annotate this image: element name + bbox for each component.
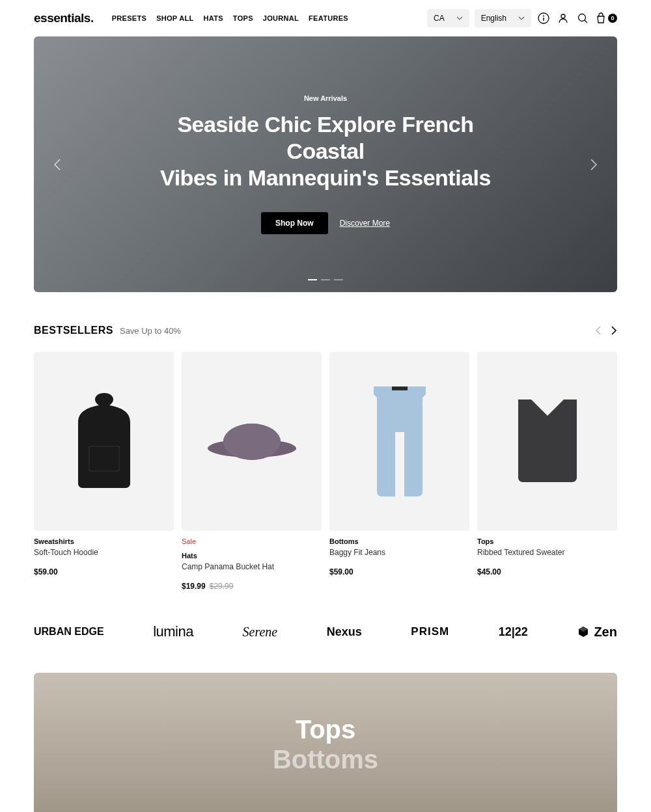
- hero-buttons: Shop Now Discover More: [143, 212, 508, 234]
- product-name: Camp Panama Bucket Hat: [182, 562, 322, 571]
- hero-pagination: [308, 279, 343, 280]
- hero-dot-3[interactable]: [334, 279, 343, 280]
- section-title-wrap: BESTSELLERS Save Up to 40%: [34, 325, 181, 336]
- hero-kicker: New Arrivals: [143, 94, 508, 102]
- bestsellers-section: BESTSELLERS Save Up to 40% Sweatshirts S…: [0, 292, 651, 591]
- info-icon[interactable]: [536, 11, 551, 25]
- product-category: Tops: [477, 537, 617, 545]
- language-value: English: [481, 14, 506, 23]
- nav-shop-all[interactable]: SHOP ALL: [156, 14, 193, 22]
- product-price: $59.00: [329, 567, 469, 576]
- svg-rect-9: [392, 386, 408, 390]
- hero-banner: New Arrivals Seaside Chic Explore French…: [34, 36, 617, 292]
- product-image: [182, 352, 322, 531]
- price-current: $19.99: [182, 582, 206, 591]
- header-left: essentials. PRESETS SHOP ALL HATS TOPS J…: [34, 11, 348, 25]
- logo[interactable]: essentials.: [34, 11, 94, 25]
- section-header: BESTSELLERS Save Up to 40%: [34, 325, 617, 336]
- product-name: Soft-Touch Hoodie: [34, 548, 174, 557]
- chevron-down-icon: [456, 16, 463, 20]
- product-name: Ribbed Textured Sweater: [477, 548, 617, 557]
- category-bottoms[interactable]: Bottoms: [273, 744, 378, 774]
- hero-content: New Arrivals Seaside Chic Explore French…: [143, 94, 508, 234]
- product-category: Hats: [182, 552, 322, 560]
- header-right: CA English 0: [427, 9, 617, 27]
- svg-point-4: [579, 14, 586, 21]
- brand-urban-edge: URBAN EDGE: [34, 626, 104, 638]
- hero-title: Seaside Chic Explore French Coastal Vibe…: [143, 111, 508, 191]
- product-card[interactable]: Sale Hats Camp Panama Bucket Hat $19.99$…: [182, 352, 322, 591]
- product-price: $59.00: [34, 567, 174, 576]
- carousel-nav: [595, 325, 617, 336]
- hero-next-arrow[interactable]: [583, 152, 604, 178]
- nav-presets[interactable]: PRESETS: [112, 14, 146, 22]
- product-card[interactable]: Sweatshirts Soft-Touch Hoodie $59.00: [34, 352, 174, 591]
- nav-hats[interactable]: HATS: [204, 14, 223, 22]
- brand-prism: PRISM: [411, 625, 449, 638]
- sale-badge: Sale: [182, 537, 322, 545]
- brand-lumina: lumina: [153, 623, 193, 640]
- brand-strip: URBAN EDGE lumina Serene Nexus PRISM 12|…: [0, 591, 651, 673]
- product-price: $45.00: [477, 567, 617, 576]
- brand-zen-text: Zen: [594, 625, 617, 640]
- product-category: Bottoms: [329, 537, 469, 545]
- brand-zen: Zen: [577, 625, 617, 640]
- main-nav: PRESETS SHOP ALL HATS TOPS JOURNAL FEATU…: [112, 14, 348, 22]
- product-card[interactable]: Tops Ribbed Textured Sweater $45.00: [477, 352, 617, 591]
- product-image: [477, 352, 617, 531]
- language-selector[interactable]: English: [475, 9, 531, 27]
- hero-dot-1[interactable]: [308, 279, 317, 280]
- hero-dot-2[interactable]: [321, 279, 330, 280]
- category-banner[interactable]: Tops Bottoms: [34, 673, 617, 812]
- product-category: Sweatshirts: [34, 537, 174, 545]
- svg-point-3: [561, 14, 565, 18]
- product-image: [34, 352, 174, 531]
- cart-button[interactable]: 0: [595, 12, 617, 24]
- svg-rect-2: [543, 18, 544, 21]
- product-price: $19.99$29.99: [182, 582, 322, 591]
- hero-title-line1: Seaside Chic Explore French Coastal: [177, 112, 473, 163]
- nav-tops[interactable]: TOPS: [233, 14, 253, 22]
- carousel-prev-arrow[interactable]: [595, 325, 602, 336]
- shop-now-button[interactable]: Shop Now: [261, 212, 328, 234]
- product-card[interactable]: Bottoms Baggy Fit Jeans $59.00: [329, 352, 469, 591]
- brand-serene: Serene: [243, 625, 278, 640]
- svg-point-1: [543, 16, 544, 17]
- cart-count-badge: 0: [608, 14, 617, 23]
- nav-features[interactable]: FEATURES: [309, 14, 348, 22]
- product-name: Baggy Fit Jeans: [329, 548, 469, 557]
- nav-journal[interactable]: JOURNAL: [263, 14, 299, 22]
- hero-title-line2: Vibes in Mannequin's Essentials: [160, 165, 491, 190]
- svg-line-5: [585, 20, 587, 23]
- chevron-down-icon: [518, 16, 525, 20]
- bestsellers-title: BESTSELLERS: [34, 325, 113, 336]
- discover-more-link[interactable]: Discover More: [340, 219, 390, 228]
- bag-icon: [595, 12, 607, 24]
- product-grid: Sweatshirts Soft-Touch Hoodie $59.00 Sal…: [34, 352, 617, 591]
- price-old: $29.99: [210, 582, 234, 591]
- country-selector[interactable]: CA: [427, 9, 469, 27]
- svg-point-8: [223, 424, 281, 460]
- hero-prev-arrow[interactable]: [47, 152, 68, 178]
- product-image: [329, 352, 469, 531]
- bestsellers-subtitle: Save Up to 40%: [120, 326, 181, 336]
- carousel-next-arrow[interactable]: [611, 325, 617, 336]
- search-icon[interactable]: [575, 11, 590, 25]
- country-value: CA: [434, 14, 445, 23]
- cube-icon: [577, 625, 590, 638]
- brand-twelve-twentytwo: 12|22: [499, 625, 528, 639]
- user-icon[interactable]: [556, 11, 570, 25]
- site-header: essentials. PRESETS SHOP ALL HATS TOPS J…: [0, 0, 651, 36]
- brand-nexus: Nexus: [327, 625, 362, 639]
- category-tops[interactable]: Tops: [296, 714, 356, 744]
